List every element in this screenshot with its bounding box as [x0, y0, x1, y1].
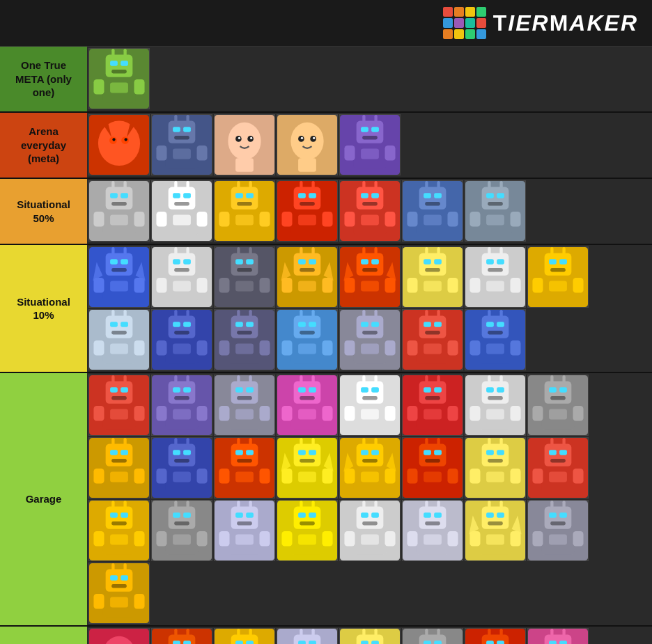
tier-label-sit10: Situational 10% — [0, 245, 87, 372]
unit-u26[interactable] — [339, 309, 401, 370]
unit-u29[interactable] — [88, 375, 150, 436]
svg-rect-539 — [419, 507, 447, 529]
unit-u52[interactable] — [527, 500, 589, 561]
tier-row-sit50: Situational 50% — [0, 179, 652, 245]
unit-u16[interactable] — [214, 246, 275, 308]
unit-u40[interactable] — [277, 437, 338, 498]
unit-u22[interactable] — [88, 309, 150, 370]
svg-rect-340 — [300, 396, 315, 400]
unit-u1[interactable] — [88, 48, 150, 109]
svg-rect-496 — [173, 512, 180, 518]
svg-rect-247 — [197, 340, 208, 356]
svg-rect-423 — [260, 469, 270, 484]
unit-u28[interactable] — [465, 309, 526, 370]
unit-u45[interactable] — [88, 500, 150, 561]
svg-rect-52 — [361, 148, 379, 159]
unit-u5[interactable] — [277, 114, 338, 175]
unit-u57[interactable] — [277, 628, 338, 644]
svg-rect-594 — [183, 641, 191, 644]
unit-u58[interactable] — [339, 628, 401, 644]
svg-rect-434 — [323, 469, 333, 484]
svg-rect-89 — [294, 187, 321, 210]
unit-u3[interactable] — [151, 114, 212, 175]
svg-rect-70 — [174, 202, 189, 205]
unit-u46[interactable] — [151, 500, 212, 561]
unit-u30[interactable] — [151, 375, 212, 436]
unit-u7[interactable] — [88, 180, 150, 242]
unit-u20[interactable] — [465, 246, 526, 308]
svg-rect-50 — [374, 115, 377, 123]
svg-rect-567 — [550, 501, 553, 508]
svg-rect-348 — [357, 382, 384, 404]
svg-rect-181 — [357, 253, 384, 276]
svg-rect-295 — [497, 322, 504, 327]
svg-rect-533 — [374, 501, 377, 508]
unit-u42[interactable] — [402, 437, 463, 498]
unit-u23[interactable] — [151, 309, 212, 370]
unit-u10[interactable] — [277, 180, 338, 242]
unit-u19[interactable] — [402, 246, 463, 308]
svg-rect-454 — [425, 459, 440, 462]
unit-u17[interactable] — [277, 246, 338, 308]
unit-u44[interactable] — [527, 437, 589, 498]
svg-rect-87 — [260, 212, 270, 227]
unit-u12[interactable] — [402, 180, 463, 242]
unit-u8[interactable] — [151, 180, 212, 242]
svg-rect-61 — [123, 181, 126, 189]
unit-u14[interactable] — [88, 246, 150, 308]
unit-u47[interactable] — [214, 500, 275, 561]
unit-u34[interactable] — [402, 375, 463, 436]
unit-u39[interactable] — [214, 437, 275, 498]
svg-rect-658 — [545, 635, 572, 644]
unit-u55[interactable] — [151, 628, 212, 644]
unit-u37[interactable] — [88, 437, 150, 498]
svg-rect-404 — [173, 450, 180, 455]
svg-rect-627 — [371, 641, 379, 644]
unit-u25[interactable] — [277, 309, 338, 370]
unit-u56[interactable] — [214, 628, 275, 644]
unit-u27[interactable] — [402, 309, 463, 370]
unit-u59[interactable] — [402, 628, 463, 644]
unit-u53[interactable] — [88, 563, 150, 624]
svg-rect-122 — [482, 187, 509, 210]
unit-u35[interactable] — [465, 375, 526, 436]
unit-u51[interactable] — [465, 500, 526, 561]
unit-u48[interactable] — [277, 500, 338, 561]
unit-u24[interactable] — [214, 309, 275, 370]
unit-u49[interactable] — [339, 500, 401, 561]
svg-rect-393 — [110, 450, 118, 455]
svg-rect-228 — [110, 322, 118, 327]
unit-u33[interactable] — [339, 375, 401, 436]
svg-rect-302 — [511, 340, 521, 356]
unit-u32[interactable] — [277, 375, 338, 436]
svg-rect-322 — [173, 409, 191, 419]
unit-u4[interactable] — [214, 114, 275, 175]
svg-rect-355 — [361, 409, 379, 419]
svg-rect-170 — [309, 259, 316, 265]
unit-u60[interactable] — [465, 628, 526, 644]
unit-u36[interactable] — [527, 375, 589, 436]
svg-rect-663 — [562, 629, 565, 636]
unit-u9[interactable] — [214, 180, 275, 242]
svg-rect-317 — [183, 387, 191, 393]
unit-u38[interactable] — [151, 437, 212, 498]
unit-u43[interactable] — [465, 437, 526, 498]
unit-u13[interactable] — [465, 180, 526, 242]
unit-u2[interactable] — [88, 114, 150, 175]
svg-rect-546 — [424, 534, 442, 544]
unit-u50[interactable] — [402, 500, 463, 561]
unit-u18[interactable] — [339, 246, 401, 308]
svg-rect-374 — [488, 375, 490, 383]
svg-rect-329 — [237, 396, 252, 400]
unit-u61[interactable] — [527, 628, 589, 644]
unit-u11[interactable] — [339, 180, 401, 242]
svg-rect-480 — [549, 471, 567, 482]
unit-u41[interactable] — [339, 437, 401, 498]
unit-u15[interactable] — [151, 246, 212, 308]
unit-u31[interactable] — [214, 375, 275, 436]
svg-rect-422 — [219, 469, 229, 484]
svg-rect-208 — [488, 268, 503, 272]
unit-u54[interactable] — [88, 628, 150, 644]
unit-u21[interactable] — [527, 246, 589, 308]
unit-u6[interactable] — [339, 114, 401, 175]
